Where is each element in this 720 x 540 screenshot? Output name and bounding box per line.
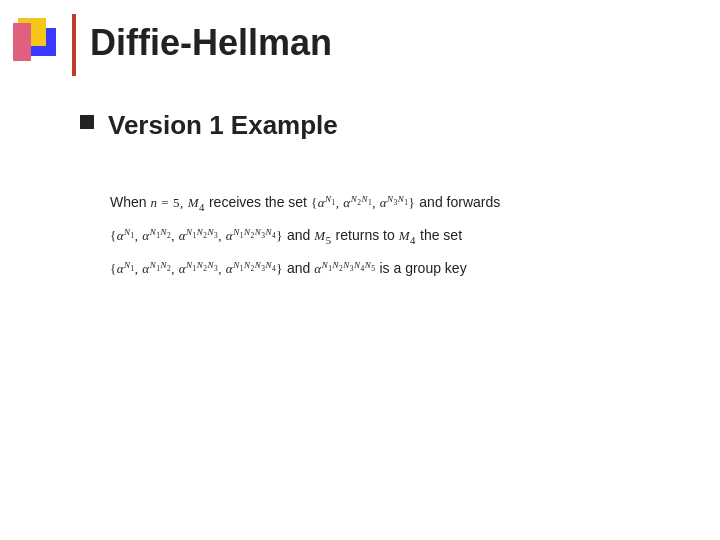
expr-n5: n = 5, [151,191,184,214]
expr-m4-1: M4 [188,191,205,217]
slide: Diffie-Hellman Version 1 Example When n … [0,0,720,540]
expr-set1: {αN1, αN2N1, αN3N1} [311,191,415,215]
word-returns-to: returns to [336,223,395,248]
math-content-area: When n = 5, M4 receives the set {αN1, αN… [110,190,680,287]
bullet-label: Version 1 Example [108,110,338,141]
corner-decoration [18,18,70,70]
word-when: When [110,190,147,215]
word-the-set: the set [420,223,462,248]
expr-set2: {αN1, αN1N2, αN1N2N3, αN1N2N3N4} [110,224,283,248]
word-and-forwards: and forwards [419,190,500,215]
bullet-icon [80,115,94,129]
word-and-1: and [287,223,310,248]
word-receives: receives the set [209,190,307,215]
expr-set3: {αN1, αN1N2, αN1N2N3, αN1N2N3N4} [110,257,283,281]
math-line-2: {αN1, αN1N2, αN1N2N3, αN1N2N3N4} and M5 … [110,223,680,250]
bullet-row: Version 1 Example [80,110,680,141]
expr-m5: M5 [314,224,331,250]
content-area: Version 1 Example [80,110,680,161]
math-line-1: When n = 5, M4 receives the set {αN1, αN… [110,190,680,217]
vertical-bar [72,14,76,76]
word-and-2: and [287,256,310,281]
slide-title: Diffie-Hellman [90,22,332,64]
expr-m4-2: M4 [399,224,416,250]
pink-bar [13,23,31,61]
word-is-group-key: is a group key [379,256,466,281]
math-line-3: {αN1, αN1N2, αN1N2N3, αN1N2N3N4} and αN1… [110,256,680,281]
expr-group-key-alpha: αN1N2N3N4N5 [314,257,375,281]
